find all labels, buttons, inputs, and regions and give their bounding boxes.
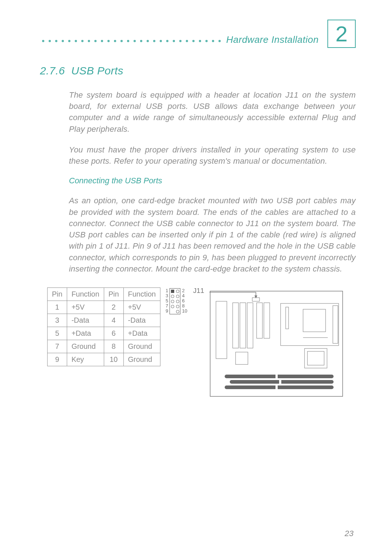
paragraph-2: You must have the proper drivers install… xyxy=(69,144,356,167)
bottom-content-row: Pin Function Pin Function 1 +5V 2 +5V 3 … xyxy=(47,287,356,400)
svg-rect-22 xyxy=(275,375,278,378)
pin-3-icon xyxy=(170,294,175,299)
pin-label: 2 xyxy=(182,288,187,293)
cell-func: Ground xyxy=(123,353,160,366)
cell-pin: 10 xyxy=(104,353,123,366)
svg-rect-6 xyxy=(233,303,238,348)
pin-label: 5 xyxy=(166,298,168,303)
pin-labels-left: 1 3 5 7 9 xyxy=(166,288,168,314)
cell-pin: 3 xyxy=(48,314,67,327)
cell-pin: 5 xyxy=(48,327,67,340)
svg-rect-18 xyxy=(307,351,324,365)
svg-rect-14 xyxy=(286,307,289,329)
svg-rect-5 xyxy=(216,301,227,359)
cell-func: Ground xyxy=(123,340,160,353)
decorative-dots xyxy=(40,39,221,43)
svg-rect-7 xyxy=(240,303,246,348)
chapter-number-box: 2 xyxy=(327,20,356,48)
pin-2-icon xyxy=(175,289,180,294)
svg-rect-20 xyxy=(230,380,334,384)
pin-9-icon xyxy=(170,309,175,314)
chapter-header: Hardware Installation 2 xyxy=(40,25,356,54)
chapter-number: 2 xyxy=(335,21,347,46)
svg-rect-10 xyxy=(264,303,270,338)
table-row: 5 +Data 6 +Data xyxy=(48,327,160,340)
cell-func: +5V xyxy=(123,301,160,314)
pin-labels-right: 2 4 6 8 10 xyxy=(182,288,187,314)
pin-label: 9 xyxy=(166,309,168,314)
paragraph-3: As an option, one card-edge bracket moun… xyxy=(69,195,356,274)
cell-func: +Data xyxy=(123,327,160,340)
motherboard-diagram xyxy=(209,287,356,400)
cell-pin: 4 xyxy=(104,314,123,327)
cell-pin: 2 xyxy=(104,301,123,314)
table-row: 3 -Data 4 -Data xyxy=(48,314,160,327)
th-func-2: Function xyxy=(123,288,160,301)
cell-pin: 6 xyxy=(104,327,123,340)
pin-10-icon xyxy=(175,309,180,314)
chapter-title: Hardware Installation xyxy=(226,34,319,45)
header-pin-diagram: 1 3 5 7 9 2 4 6 8 10 J11 xyxy=(166,288,204,314)
cell-func: -Data xyxy=(123,314,160,327)
th-func-1: Function xyxy=(67,288,104,301)
svg-marker-3 xyxy=(254,295,257,298)
cell-func: +5V xyxy=(67,301,104,314)
section-heading: 2.7.6 USB Ports xyxy=(40,65,356,77)
table-header-row: Pin Function Pin Function xyxy=(48,288,160,301)
svg-rect-19 xyxy=(225,375,334,378)
section-number: 2.7.6 xyxy=(40,65,65,77)
pin-8-icon xyxy=(175,304,180,309)
board-svg-icon xyxy=(209,287,344,398)
table-row: 7 Ground 8 Ground xyxy=(48,340,160,353)
cell-func: Key xyxy=(67,353,104,366)
pin-1-icon xyxy=(170,289,175,294)
cell-func: +Data xyxy=(67,327,104,340)
page-number: 23 xyxy=(345,529,354,538)
pin-label: 8 xyxy=(182,303,187,309)
svg-rect-16 xyxy=(333,306,338,343)
section-title: USB Ports xyxy=(71,65,123,77)
svg-rect-21 xyxy=(225,385,334,389)
svg-rect-12 xyxy=(281,303,339,346)
pin-4-icon xyxy=(175,294,180,299)
pin-6-icon xyxy=(175,299,180,304)
cell-func: -Data xyxy=(67,314,104,327)
pin-label: 7 xyxy=(166,303,168,309)
pin-5-icon xyxy=(170,299,175,304)
paragraph-1: The system board is equipped with a head… xyxy=(69,89,356,135)
th-pin-1: Pin xyxy=(48,288,67,301)
header-grid xyxy=(170,288,180,314)
pin-label: 6 xyxy=(182,298,187,303)
svg-rect-9 xyxy=(257,303,262,338)
cell-pin: 1 xyxy=(48,301,67,314)
svg-rect-11 xyxy=(236,352,248,364)
svg-rect-23 xyxy=(279,380,281,384)
pin-label: 1 xyxy=(166,288,168,293)
table-row: 1 +5V 2 +5V xyxy=(48,301,160,314)
cell-pin: 7 xyxy=(48,340,67,353)
cell-pin: 9 xyxy=(48,353,67,366)
cell-pin: 8 xyxy=(104,340,123,353)
table-row: 9 Key 10 Ground xyxy=(48,353,160,366)
sub-heading: Connecting the USB Ports xyxy=(69,176,356,185)
svg-rect-13 xyxy=(303,309,326,332)
header-label-j11: J11 xyxy=(193,287,204,295)
pin-function-table: Pin Function Pin Function 1 +5V 2 +5V 3 … xyxy=(47,287,160,366)
svg-rect-8 xyxy=(247,303,253,348)
svg-rect-24 xyxy=(275,385,278,389)
pin-label: 4 xyxy=(182,293,187,298)
pin-7-icon xyxy=(170,304,175,309)
cell-func: Ground xyxy=(67,340,104,353)
pin-label: 3 xyxy=(166,293,168,298)
th-pin-2: Pin xyxy=(104,288,123,301)
pin-label: 10 xyxy=(182,309,187,314)
